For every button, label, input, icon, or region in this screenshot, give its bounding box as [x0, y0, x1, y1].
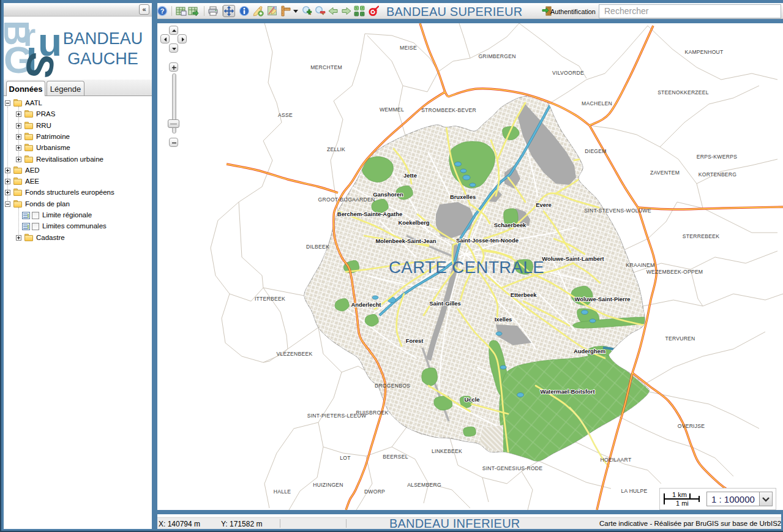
svg-text:STEENOKKERZEEL: STEENOKKERZEEL: [657, 89, 709, 96]
svg-text:STROMBEEK-BEVER: STROMBEEK-BEVER: [421, 107, 476, 113]
svg-text:Woluwe-Saint-Lambert: Woluwe-Saint-Lambert: [542, 255, 604, 262]
svg-text:DILBEEK: DILBEEK: [306, 244, 329, 250]
svg-text:Saint-Josse-ten-Noode: Saint-Josse-ten-Noode: [456, 237, 519, 244]
svg-text:Anderlecht: Anderlecht: [351, 301, 381, 308]
svg-text:HOEILAART: HOEILAART: [601, 457, 632, 463]
svg-text:LA HULPE: LA HULPE: [621, 488, 647, 494]
svg-text:Jette: Jette: [403, 172, 417, 179]
svg-text:VILVOORDE: VILVOORDE: [552, 70, 584, 76]
svg-text:Saint-Gilles: Saint-Gilles: [429, 300, 461, 307]
svg-text:Molenbeek-Saint-Jean: Molenbeek-Saint-Jean: [376, 238, 436, 244]
svg-text:MACHELEN: MACHELEN: [582, 100, 612, 107]
svg-text:DWORP: DWORP: [364, 489, 385, 495]
svg-text:MERCHTEM: MERCHTEM: [310, 64, 342, 70]
svg-text:GRIMBERGEN: GRIMBERGEN: [478, 53, 515, 59]
svg-text:ITTERBEEK: ITTERBEEK: [255, 296, 285, 302]
svg-text:Ganshoren: Ganshoren: [373, 191, 403, 198]
svg-text:KAMPENHOUT: KAMPENHOUT: [684, 49, 724, 55]
svg-text:Forest: Forest: [406, 337, 424, 344]
svg-text:TERVUREN: TERVUREN: [665, 335, 695, 342]
svg-text:Etterbeek: Etterbeek: [511, 291, 538, 298]
svg-text:Uccle: Uccle: [464, 396, 479, 403]
svg-text:KRAAINEM: KRAAINEM: [626, 262, 655, 268]
svg-text:LOT: LOT: [340, 455, 351, 461]
svg-text:WEMMEL: WEMMEL: [380, 107, 404, 113]
svg-text:ASSE: ASSE: [278, 112, 293, 118]
svg-text:CARTE CENTRALE: CARTE CENTRALE: [389, 258, 544, 277]
svg-text:MEISE: MEISE: [400, 45, 417, 51]
svg-text:STERREBEEK: STERREBEEK: [683, 233, 719, 239]
svg-text:ERPS-KWERPS: ERPS-KWERPS: [697, 154, 737, 160]
svg-text:KORTENBERG: KORTENBERG: [699, 171, 737, 178]
svg-text:Bruxelles: Bruxelles: [450, 193, 476, 200]
svg-text:ALSEMBERG: ALSEMBERG: [407, 482, 441, 488]
svg-text:Auderghem: Auderghem: [574, 348, 605, 354]
svg-text:Berchem-Sainte-Agathe: Berchem-Sainte-Agathe: [337, 211, 402, 217]
svg-text:SINT-GENESIUS-RODE: SINT-GENESIUS-RODE: [482, 465, 543, 471]
svg-text:1 km: 1 km: [672, 491, 687, 498]
svg-text:1 mi: 1 mi: [676, 500, 689, 507]
svg-text:GROOT-BIJGAARDEN: GROOT-BIJGAARDEN: [318, 197, 375, 203]
svg-text:Koekelberg: Koekelberg: [398, 219, 429, 226]
svg-text:DROGENBOS: DROGENBOS: [375, 383, 410, 389]
svg-text:BEERSEL: BEERSEL: [383, 454, 408, 460]
svg-text:OVERIJSE: OVERIJSE: [678, 423, 705, 429]
svg-text:VLEZENBEEK: VLEZENBEEK: [277, 351, 313, 357]
svg-text:ZAVENTEM: ZAVENTEM: [650, 170, 680, 176]
svg-text:Ixelles: Ixelles: [495, 316, 512, 323]
svg-text:RUISBROEK: RUISBROEK: [356, 410, 389, 416]
svg-text:?: ?: [160, 7, 165, 15]
svg-text:WEZEMBEEK-OPPEM: WEZEMBEEK-OPPEM: [646, 269, 703, 275]
svg-text:Schaerbeek: Schaerbeek: [494, 222, 526, 228]
svg-text:HALLE: HALLE: [274, 489, 291, 495]
svg-text:Woluwe-Saint-Pierre: Woluwe-Saint-Pierre: [575, 296, 631, 302]
svg-text:Watermael-Boitsfort: Watermael-Boitsfort: [540, 388, 594, 395]
svg-text:HUIZINGEN: HUIZINGEN: [313, 482, 343, 488]
svg-text:LINKEBEEK: LINKEBEEK: [432, 448, 462, 454]
svg-text:ZELLIK: ZELLIK: [327, 146, 345, 152]
svg-text:DIEGEM: DIEGEM: [585, 148, 606, 154]
svg-text:SINT-STEVENS-WOLUWE: SINT-STEVENS-WOLUWE: [584, 208, 651, 214]
svg-text:Evere: Evere: [536, 201, 552, 208]
